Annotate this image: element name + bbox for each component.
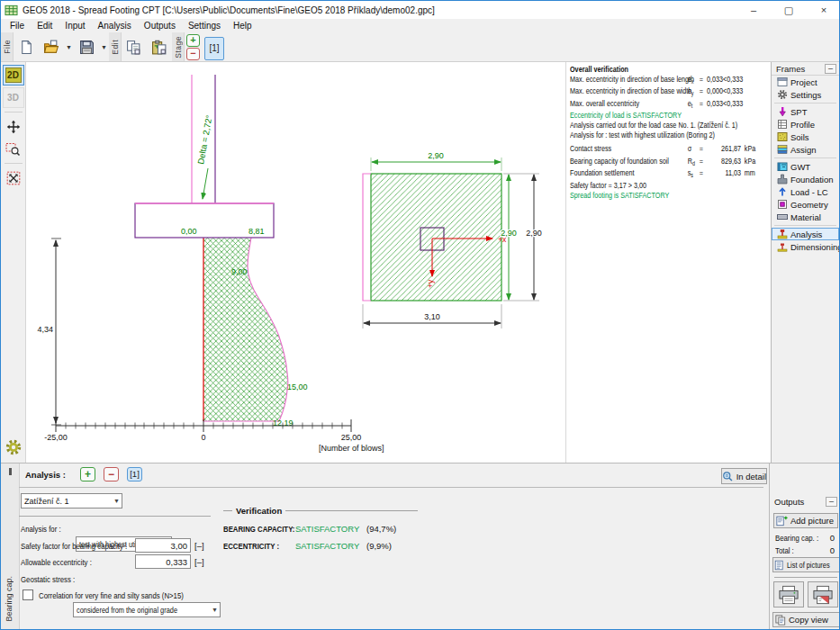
- report-title: Overall verification: [570, 65, 770, 75]
- menu-outputs[interactable]: Outputs: [138, 20, 182, 32]
- report-note: Analysis for : test with highest utiliza…: [570, 130, 770, 140]
- total-count-value: 0: [830, 545, 835, 555]
- frames-item-project[interactable]: Project: [772, 76, 839, 88]
- menu-file[interactable]: File: [4, 20, 31, 32]
- view-3d-button[interactable]: 3D: [3, 87, 24, 108]
- report-row: Max. eccentricity in direction of base w…: [570, 86, 770, 99]
- axis-min-label: -25,00: [44, 433, 68, 442]
- view-2d-button[interactable]: 2D: [3, 65, 24, 86]
- outputs-header: Outputs –: [774, 497, 837, 507]
- frames-item-profile[interactable]: Profile: [772, 118, 839, 130]
- frames-item-analysis[interactable]: Analysis: [772, 228, 839, 240]
- maximize-button[interactable]: ▢: [773, 1, 804, 19]
- load-case-select[interactable]: Zatížení č. 1 ▼: [21, 493, 122, 508]
- add-stage-button[interactable]: +: [186, 34, 200, 47]
- paste-button[interactable]: [147, 32, 172, 61]
- open-folder-icon: [43, 40, 59, 55]
- view-toolbar: 2D 3D: [1, 62, 26, 463]
- frames-item-assign[interactable]: Assign: [772, 143, 839, 156]
- app-window: GEO5 2018 - Spread Footing CPT [C:\Users…: [0, 0, 840, 630]
- correlation-checkbox[interactable]: [23, 590, 33, 600]
- menu-input[interactable]: Input: [59, 20, 91, 32]
- stage-1-button[interactable]: [1]: [204, 37, 224, 60]
- zoom-fit-button[interactable]: [3, 167, 24, 188]
- divider: [5, 112, 23, 112]
- outputs-minimize-button[interactable]: –: [826, 497, 837, 507]
- toolbar-group-stage: Stage: [172, 32, 185, 61]
- new-file-button[interactable]: [14, 32, 39, 61]
- menu-settings[interactable]: Settings: [182, 20, 227, 32]
- spt-icon: [776, 106, 788, 117]
- remove-stage-button[interactable]: −: [186, 48, 200, 60]
- pan-icon: [6, 120, 21, 134]
- frames-item-material[interactable]: Material: [772, 211, 839, 223]
- total-count-label: Total :: [775, 545, 794, 555]
- drawing-canvas[interactable]: Delta = 2,72° 0,00 8,81 9,00 15,00 12,19…: [26, 62, 771, 463]
- allowable-eccentricity-input[interactable]: 0,333: [135, 554, 191, 569]
- geostatic-stress-select[interactable]: considered from the original grade ▼: [73, 602, 221, 617]
- zoom-window-icon: [5, 142, 21, 157]
- menu-help[interactable]: Help: [227, 20, 258, 32]
- save-dropdown-arrow[interactable]: ▼: [99, 32, 109, 61]
- frames-minimize-button[interactable]: –: [825, 64, 836, 74]
- frames-item-gwt[interactable]: GWT: [772, 160, 839, 173]
- blows-axis: -25,00 0 25,00 [Number of blows]: [44, 419, 384, 453]
- panel-grip[interactable]: [9, 468, 12, 475]
- in-detail-button[interactable]: In detail: [721, 468, 767, 484]
- drawing-settings-button[interactable]: [3, 436, 24, 457]
- add-picture-button[interactable]: Add picture: [773, 513, 838, 528]
- plan-overhang-outline: [363, 174, 371, 301]
- menu-edit[interactable]: Edit: [31, 20, 59, 32]
- frames-item-geometry[interactable]: Geometry: [772, 198, 839, 211]
- safety-factor-label: Safety factor for bearing capacity :: [21, 541, 127, 551]
- close-button[interactable]: ×: [808, 1, 839, 19]
- outputs-panel: Outputs – Add picture Bearing cap. : 0 T…: [771, 464, 839, 629]
- toolbar-group-file: File: [1, 32, 14, 61]
- eccentricity-status: SATISFACTORY: [295, 541, 359, 551]
- safety-factor-input[interactable]: 3,00: [135, 538, 191, 553]
- plan-dim-bottom: 3,10: [424, 312, 440, 321]
- frames-item-foundation[interactable]: Foundation: [772, 173, 839, 185]
- toolbar-group-edit: Edit: [109, 32, 122, 61]
- frames-item-settings[interactable]: Settings: [772, 88, 839, 101]
- menu-analysis[interactable]: Analysis: [92, 20, 138, 32]
- geometry-icon: [776, 199, 788, 210]
- report-row: Foundation settlement ss = 11,03 mm: [570, 168, 770, 181]
- copy-view-button[interactable]: Copy view: [772, 612, 840, 627]
- list-of-pictures-button[interactable]: List of pictures: [772, 557, 840, 572]
- bearing-cap-tab[interactable]: Bearing cap.: [1, 464, 20, 629]
- divider: [774, 225, 836, 226]
- open-file-button[interactable]: [39, 32, 64, 61]
- frames-item-spt[interactable]: SPT: [772, 105, 839, 118]
- save-floppy-icon: [79, 40, 95, 55]
- analysis-number-button[interactable]: [1]: [127, 467, 142, 482]
- assign-layers-icon: [776, 144, 788, 155]
- save-button[interactable]: [74, 32, 99, 61]
- plan-x-axis-label: +x: [498, 235, 507, 244]
- titlebar: GEO5 2018 - Spread Footing CPT [C:\Users…: [1, 1, 839, 19]
- zoom-window-button[interactable]: [3, 139, 24, 159]
- frames-item-soils[interactable]: Soils: [772, 130, 839, 143]
- main-area: 2D 3D: [1, 62, 839, 463]
- divider: [769, 464, 770, 629]
- print-button[interactable]: [773, 581, 804, 608]
- frames-item-dimensioning[interactable]: Dimensioning: [772, 240, 839, 253]
- plan-y-axis-label: +y: [426, 279, 435, 288]
- eccentricity-label: ECCENTRICITY :: [223, 541, 279, 551]
- frames-item-load-lc[interactable]: Load - LC: [772, 185, 839, 198]
- open-dropdown-arrow[interactable]: ▼: [64, 32, 74, 61]
- gear-icon: [5, 438, 23, 456]
- load-arrow-icon: [776, 186, 788, 197]
- print-selection-button[interactable]: [808, 581, 838, 608]
- plan-dim-outer: 2,90: [526, 229, 542, 238]
- pan-tool-button[interactable]: [3, 116, 24, 137]
- add-analysis-button[interactable]: +: [80, 467, 95, 482]
- project-icon: [776, 76, 788, 87]
- printer-icon: [778, 585, 799, 605]
- copy-button[interactable]: [122, 32, 147, 61]
- axis-zero-label: 0: [201, 433, 205, 442]
- spt-label-mid: 9,00: [231, 267, 248, 276]
- app-icon: [5, 4, 18, 16]
- minimize-button[interactable]: –: [738, 1, 769, 19]
- remove-analysis-button[interactable]: −: [104, 467, 119, 482]
